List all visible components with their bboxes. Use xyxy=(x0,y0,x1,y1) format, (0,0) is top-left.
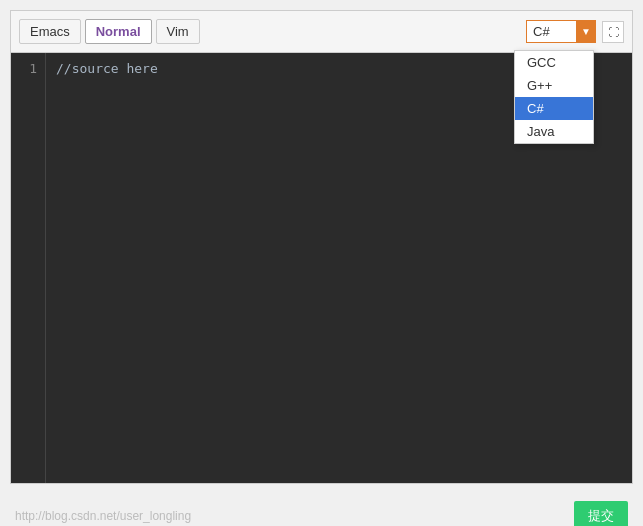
fullscreen-button[interactable]: ⛶ xyxy=(602,21,624,43)
language-select[interactable]: GCC G++ C# Java xyxy=(526,20,596,43)
dropdown-item-csharp[interactable]: C# xyxy=(515,97,593,120)
dropdown-item-java[interactable]: Java xyxy=(515,120,593,143)
language-select-wrapper: GCC G++ C# Java ▼ xyxy=(526,20,596,43)
toolbar: Emacs Normal Vim GCC G++ C# Java ▼ ⛶ xyxy=(11,11,632,53)
toolbar-left: Emacs Normal Vim xyxy=(19,19,200,44)
mode-emacs-button[interactable]: Emacs xyxy=(19,19,81,44)
toolbar-right: GCC G++ C# Java ▼ ⛶ GCC G++ C# Java xyxy=(526,20,624,43)
watermark-text: http://blog.csdn.net/user_longling xyxy=(15,509,191,523)
mode-normal-button[interactable]: Normal xyxy=(85,19,152,44)
mode-vim-button[interactable]: Vim xyxy=(156,19,200,44)
main-container: Emacs Normal Vim GCC G++ C# Java ▼ ⛶ xyxy=(0,10,643,526)
code-text: //source here xyxy=(56,61,158,76)
submit-button[interactable]: 提交 xyxy=(574,501,628,526)
line-number-1: 1 xyxy=(19,61,37,76)
line-numbers: 1 xyxy=(11,53,46,483)
fullscreen-icon: ⛶ xyxy=(608,26,619,38)
editor-wrapper: Emacs Normal Vim GCC G++ C# Java ▼ ⛶ xyxy=(10,10,633,484)
bottom-bar: http://blog.csdn.net/user_longling 提交 xyxy=(0,496,643,526)
dropdown-item-gcc[interactable]: GCC xyxy=(515,51,593,74)
language-dropdown: GCC G++ C# Java xyxy=(514,50,594,144)
dropdown-item-gpp[interactable]: G++ xyxy=(515,74,593,97)
